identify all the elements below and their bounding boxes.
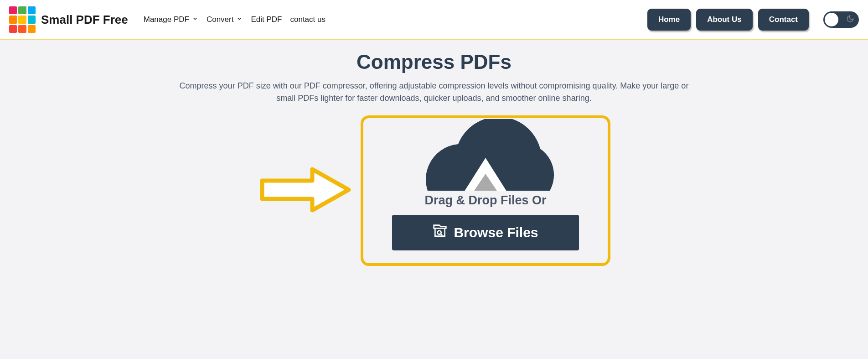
nav-label: Convert (207, 15, 234, 24)
toggle-knob (825, 13, 838, 26)
svg-line-3 (441, 234, 442, 235)
theme-toggle[interactable] (823, 11, 859, 28)
folder-search-icon (433, 224, 447, 242)
drag-drop-label: Drag & Drop Files Or (363, 191, 608, 208)
svg-point-2 (438, 230, 441, 234)
logo-icon (9, 6, 36, 33)
brand-name: Small PDF Free (41, 13, 128, 27)
main-content: Compress PDFs Compress your PDF size wit… (0, 40, 868, 277)
browse-files-button[interactable]: Browse Files (392, 215, 579, 250)
page-description: Compress your PDF size with our PDF comp… (170, 80, 698, 104)
chevron-down-icon (236, 15, 243, 24)
nav-menu: Manage PDF Convert Edit PDF contact us (144, 15, 326, 24)
nav-item-edit-pdf[interactable]: Edit PDF (251, 15, 282, 24)
moon-icon (846, 15, 854, 25)
browse-files-label: Browse Files (454, 225, 538, 240)
home-button[interactable]: Home (647, 9, 691, 31)
upload-dropzone[interactable]: Drag & Drop Files Or Browse Files (361, 115, 610, 266)
nav-item-contact-us[interactable]: contact us (290, 15, 326, 24)
contact-button[interactable]: Contact (758, 9, 809, 31)
chevron-down-icon (192, 15, 198, 24)
page-title: Compress PDFs (9, 51, 859, 73)
nav-item-convert[interactable]: Convert (207, 15, 243, 24)
nav-label: Manage PDF (144, 15, 189, 24)
about-us-button[interactable]: About Us (696, 9, 753, 31)
nav-label: contact us (290, 15, 326, 24)
nav-item-manage-pdf[interactable]: Manage PDF (144, 15, 198, 24)
upload-section: Drag & Drop Files Or Browse Files (9, 115, 859, 266)
header-right: Home About Us Contact (647, 9, 859, 31)
arrow-right-icon (258, 165, 353, 217)
brand-section[interactable]: Small PDF Free (9, 6, 128, 33)
nav-label: Edit PDF (251, 15, 282, 24)
header: Small PDF Free Manage PDF Convert Edit P… (0, 0, 868, 40)
